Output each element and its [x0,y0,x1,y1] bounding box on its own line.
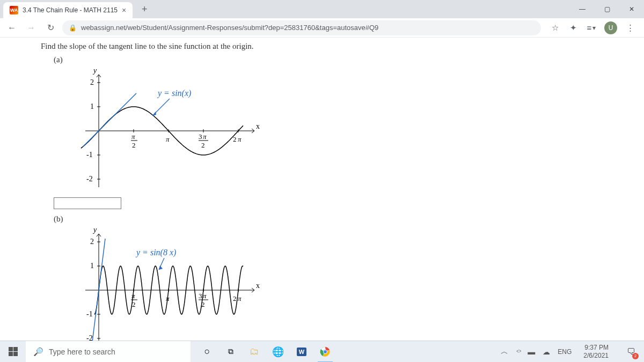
wifi-icon[interactable]: ⌔ [516,348,520,356]
svg-text:2: 2 [132,141,136,149]
tab-close-icon[interactable]: × [122,6,126,14]
maximize-button[interactable]: ▢ [595,0,619,18]
word-icon[interactable]: W [290,341,313,363]
reading-list-icon[interactable]: ≡▾ [586,23,597,33]
graph-b: 2 1 -1 -2 π 2 π 3π 2 2π x y [67,226,270,341]
svg-text:3: 3 [199,292,202,300]
svg-text:-2: -2 [86,334,93,341]
svg-line-26 [83,93,136,147]
svg-text:π: π [166,135,170,143]
reload-button[interactable]: ↻ [43,20,58,35]
svg-text:2: 2 [90,78,94,86]
browser-menu-icon[interactable]: ⋮ [625,23,635,33]
search-placeholder: Type here to search [49,348,115,356]
taskbar-search-input[interactable]: 🔍 Type here to search [26,341,191,363]
search-icon: 🔍 [33,347,43,357]
system-tray: ︿ ⌔ ▬ ☁ ENG 9:37 PM 2/6/2021 🗨 2 [501,341,644,363]
svg-text:1: 1 [90,262,94,270]
browser-tab[interactable]: WA 3.4 The Chain Rule - MATH 2115 × [3,2,133,18]
svg-text:π: π [238,294,241,302]
new-tab-button[interactable]: + [137,2,152,17]
toolbar-right: ☆ ✦ ≡▾ U ⋮ [545,21,640,34]
part-b-label: (b) [54,215,644,224]
answer-input-a [54,197,644,209]
svg-text:2: 2 [233,294,237,302]
svg-text:-1: -1 [86,151,93,159]
browser-titlebar: WA 3.4 The Chain Rule - MATH 2115 × + — … [0,0,644,18]
svg-text:y = sin(x): y = sin(x) [157,88,191,98]
lock-icon: 🔒 [69,24,77,32]
svg-text:π: π [131,132,135,141]
cortana-icon[interactable]: ○ [195,341,219,363]
bookmark-star-icon[interactable]: ☆ [550,23,560,33]
tray-chevron-icon[interactable]: ︿ [501,347,508,357]
taskbar-clock[interactable]: 9:37 PM 2/6/2021 [579,344,613,359]
svg-text:π: π [238,135,241,143]
windows-taskbar: 🔍 Type here to search ○ ⧉ 🗂 🌐 W ︿ ⌔ ▬ ☁ … [0,341,644,362]
svg-text:π: π [203,132,207,141]
language-indicator[interactable]: ENG [558,348,572,356]
notification-badge: 2 [632,353,639,359]
svg-marker-29 [152,112,156,116]
graph-a: 2 1 -1 -2 π 2 π 3π 2 2π x y [67,67,270,195]
battery-icon[interactable]: ▬ [528,348,535,356]
close-window-button[interactable]: ✕ [619,0,644,18]
forward-button[interactable]: → [24,20,39,35]
extensions-icon[interactable]: ✦ [568,23,579,33]
task-view-icon[interactable]: ⧉ [219,341,243,363]
question-prompt: Find the slope of the tangent line to th… [41,42,644,51]
svg-text:y: y [92,226,97,234]
svg-text:x: x [256,122,260,130]
tab-favicon-icon: WA [10,6,18,14]
svg-text:y = sin(8 x): y = sin(8 x) [135,248,176,257]
action-center-icon[interactable]: 🗨 2 [620,341,642,363]
tab-title: 3.4 The Chain Rule - MATH 2115 [23,6,118,14]
svg-text:2: 2 [201,141,205,149]
taskbar-apps: ○ ⧉ 🗂 🌐 W [195,341,337,363]
page-content[interactable]: Find the slope of the tangent line to th… [0,38,644,341]
url-text: webassign.net/web/Student/Assignment-Res… [81,24,378,32]
svg-text:1: 1 [90,102,94,110]
address-bar: ← → ↻ 🔒 webassign.net/web/Student/Assign… [0,18,644,38]
clock-time: 9:37 PM [583,344,609,351]
back-button[interactable]: ← [4,20,19,35]
svg-text:-2: -2 [86,175,93,183]
svg-point-62 [324,350,327,353]
window-controls: — ▢ ✕ [570,0,644,18]
file-explorer-icon[interactable]: 🗂 [243,341,266,363]
edge-icon[interactable]: 🌐 [266,341,290,363]
svg-text:-1: -1 [86,310,93,318]
part-a-label: (a) [54,55,644,64]
clock-date: 2/6/2021 [583,352,609,359]
onedrive-icon[interactable]: ☁ [543,348,550,356]
start-button[interactable] [0,341,26,363]
windows-logo-icon [9,347,18,356]
chrome-icon[interactable] [313,341,337,363]
svg-text:2: 2 [90,238,94,246]
minimize-button[interactable]: — [570,0,595,18]
answer-field-a[interactable] [54,197,121,209]
url-input[interactable]: 🔒 webassign.net/web/Student/Assignment-R… [62,20,541,35]
svg-text:x: x [256,282,260,290]
profile-avatar[interactable]: U [604,21,617,34]
svg-text:3: 3 [199,132,202,141]
svg-text:y: y [92,67,97,75]
